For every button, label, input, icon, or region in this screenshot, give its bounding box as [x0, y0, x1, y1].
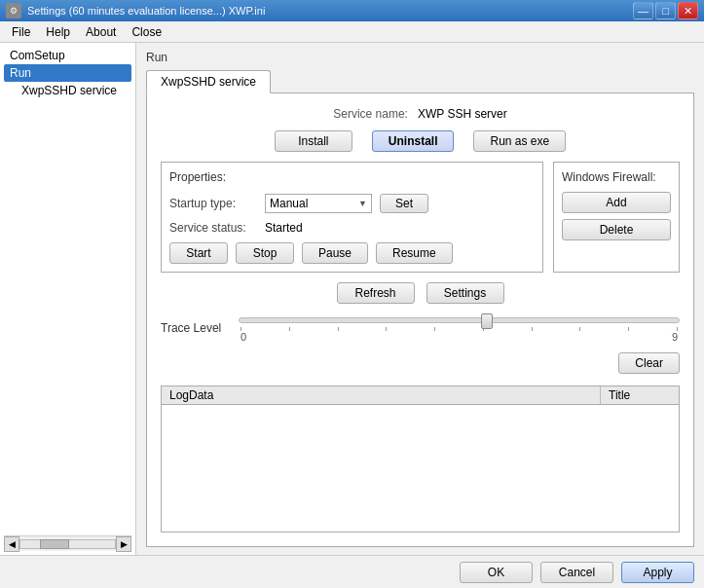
startup-type-label: Startup type:: [169, 197, 257, 210]
slider-max-label: 9: [672, 331, 678, 343]
content-area: Run XwpSSHD service Service name: XWP SS…: [136, 43, 704, 555]
start-button[interactable]: Start: [169, 242, 228, 264]
service-name-row: Service name: XWP SSH server: [161, 107, 680, 121]
title-bar-controls: — □ ✕: [633, 2, 698, 19]
startup-type-value: Manual: [270, 197, 308, 210]
menu-about[interactable]: About: [78, 23, 124, 41]
firewall-add-button[interactable]: Add: [562, 192, 671, 213]
tab-xwpsshd[interactable]: XwpSSHD service: [146, 70, 271, 93]
slider-min-label: 0: [241, 331, 246, 343]
maximize-button[interactable]: □: [655, 2, 676, 19]
trace-level-label: Trace Level: [161, 321, 229, 335]
trace-level-row: Trace Level: [161, 313, 680, 343]
sidebar-item-comsetup[interactable]: ComSetup: [4, 47, 131, 64]
menu-bar: File Help About Close: [0, 21, 704, 43]
sidebar-scroll-area: ComSetup Run XwpSSHD service ◀ ▶: [4, 47, 131, 551]
cancel-button[interactable]: Cancel: [540, 562, 613, 583]
title-bar: ⚙ Settings (60 minutes evaluation licens…: [0, 0, 704, 21]
log-section: LogData Title: [161, 386, 680, 533]
app-icon: ⚙: [6, 3, 21, 18]
firewall-box: Windows Firewall: Add Delete: [553, 162, 680, 273]
pause-button[interactable]: Pause: [302, 242, 368, 264]
sidebar-scrollbar: ◀ ▶: [4, 535, 131, 551]
stop-button[interactable]: Stop: [236, 242, 294, 264]
log-col-logdata: LogData: [162, 386, 601, 404]
menu-close[interactable]: Close: [124, 23, 169, 41]
trace-slider-thumb[interactable]: [481, 313, 493, 329]
close-button[interactable]: ✕: [678, 2, 698, 19]
scroll-right-button[interactable]: ▶: [116, 536, 131, 552]
startup-row: Startup type: Manual ▼ Set: [169, 194, 535, 213]
service-name-value: XWP SSH server: [418, 107, 507, 121]
set-button[interactable]: Set: [380, 194, 428, 213]
log-body: [161, 404, 680, 533]
startup-type-select[interactable]: Manual ▼: [265, 194, 372, 213]
action-buttons-row: Install Uninstall Run as exe: [161, 130, 680, 152]
sidebar-content: ComSetup Run XwpSSHD service: [4, 47, 131, 535]
trace-slider-area: 0 9: [239, 313, 680, 343]
tab-bar: XwpSSHD service: [146, 70, 694, 92]
main-container: ComSetup Run XwpSSHD service ◀ ▶ Run Xwp…: [0, 43, 704, 555]
clear-button[interactable]: Clear: [618, 352, 680, 374]
install-button[interactable]: Install: [275, 130, 352, 152]
ok-button[interactable]: OK: [460, 562, 533, 583]
firewall-delete-button[interactable]: Delete: [562, 219, 671, 240]
scroll-track[interactable]: [19, 539, 116, 549]
apply-button[interactable]: Apply: [621, 562, 694, 583]
menu-file[interactable]: File: [4, 23, 38, 41]
sidebar-item-run[interactable]: Run: [4, 64, 131, 82]
properties-title: Properties:: [169, 170, 535, 184]
firewall-buttons: Add Delete: [562, 192, 671, 240]
sidebar-item-xwpsshd[interactable]: XwpSSHD service: [4, 82, 131, 99]
firewall-title: Windows Firewall:: [562, 170, 671, 184]
run-as-exe-button[interactable]: Run as exe: [473, 130, 566, 152]
resume-button[interactable]: Resume: [376, 242, 453, 264]
properties-box: Properties: Startup type: Manual ▼ Set S…: [161, 162, 543, 273]
props-firewall-row: Properties: Startup type: Manual ▼ Set S…: [161, 162, 680, 273]
slider-labels: 0 9: [239, 331, 680, 343]
settings-button[interactable]: Settings: [426, 282, 504, 304]
title-bar-text: Settings (60 minutes evaluation license.…: [27, 5, 633, 17]
service-buttons-row: Start Stop Pause Resume: [169, 242, 535, 264]
bottom-bar: OK Cancel Apply: [0, 555, 704, 588]
menu-help[interactable]: Help: [38, 23, 78, 41]
log-col-title: Title: [601, 386, 679, 404]
scroll-left-button[interactable]: ◀: [4, 536, 19, 552]
service-name-label: Service name:: [333, 107, 408, 121]
breadcrumb: Run: [146, 51, 694, 64]
panel: Service name: XWP SSH server Install Uni…: [146, 92, 694, 547]
uninstall-button[interactable]: Uninstall: [372, 130, 455, 152]
log-header: LogData Title: [161, 386, 680, 404]
refresh-button[interactable]: Refresh: [337, 282, 415, 304]
sidebar: ComSetup Run XwpSSHD service ◀ ▶: [0, 43, 136, 555]
startup-select-arrow-icon: ▼: [358, 199, 367, 208]
service-status-value: Started: [265, 221, 303, 235]
minimize-button[interactable]: —: [633, 2, 653, 19]
clear-row: Clear: [161, 352, 680, 374]
refresh-settings-row: Refresh Settings: [161, 282, 680, 304]
trace-slider-track[interactable]: [239, 317, 680, 323]
service-status-label: Service status:: [169, 221, 257, 235]
scroll-thumb[interactable]: [40, 539, 69, 549]
status-row: Service status: Started: [169, 221, 535, 235]
